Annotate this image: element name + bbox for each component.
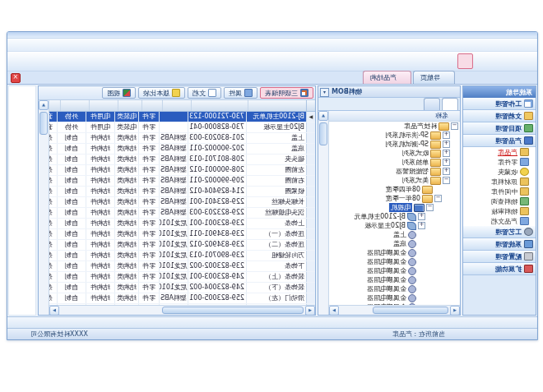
- tree-node[interactable]: 金属膜电阻器: [329, 266, 460, 275]
- logout-icon[interactable]: [325, 53, 341, 69]
- tree-node[interactable]: 08年四季度: [329, 185, 460, 194]
- tree-horizontal-scrollbar[interactable]: ◀ ▶: [329, 305, 460, 315]
- expand-toggle-icon[interactable]: [418, 249, 425, 256]
- sidebar-entry[interactable]: 原材料库: [463, 177, 536, 187]
- sidebar-entry[interactable]: 零件库: [463, 157, 536, 167]
- tree-node[interactable]: 欧式系列: [329, 149, 460, 158]
- menu-item[interactable]: [440, 44, 452, 46]
- expand-toggle-icon[interactable]: [443, 141, 450, 148]
- expand-toggle-icon[interactable]: [418, 285, 425, 293]
- table-row[interactable]: 左前圈208-900001-012塑料ABS零件结构类结构件自制条: [49, 165, 315, 176]
- sidebar-entry[interactable]: 扩展功能: [463, 263, 536, 275]
- column-header[interactable]: [142, 100, 162, 111]
- tree-node[interactable]: 金属膜电阻器: [329, 275, 460, 284]
- sidebar-entry[interactable]: 产品文档: [463, 216, 536, 226]
- grid-view-icon[interactable]: [439, 53, 454, 69]
- version-tab[interactable]: [424, 98, 440, 110]
- folder-open-icon[interactable]: [457, 53, 473, 69]
- expand-toggle-icon[interactable]: [451, 122, 458, 130]
- sidebar-entry[interactable]: 工作管理: [463, 98, 536, 110]
- sidebar-entry[interactable]: 物料查询: [463, 196, 536, 206]
- tree-node[interactable]: 金属膜电阻器: [329, 293, 460, 302]
- table-row[interactable]: 上盖201-830203-003塑料ABS零件结构类结构件自制条: [49, 133, 315, 144]
- document-tab[interactable]: 导航页: [413, 71, 455, 84]
- tree-node[interactable]: BJ20主显示板: [329, 221, 460, 230]
- sidebar-entry[interactable]: 收藏夹: [463, 167, 536, 177]
- tree-vscroll-thumb[interactable]: [319, 122, 327, 145]
- expand-toggle-icon[interactable]: [434, 195, 442, 202]
- table-row[interactable]: 沉头电镀螺丝229-823203-003塑料ABS零件结构类结构件自制条: [49, 208, 315, 219]
- bom-toolbar-button[interactable]: 版本比较: [138, 87, 185, 99]
- table-row[interactable]: 下饰条239-823002-002尼龙1010零件结构类结构件自制条: [49, 261, 315, 272]
- bom-toolbar-button[interactable]: 视图: [102, 87, 136, 99]
- table-row[interactable]: 装饰条（上）249-823003-001尼龙1010零件结构类结构件自制条: [49, 272, 315, 283]
- expand-toggle-icon[interactable]: [443, 168, 450, 175]
- scroll-right-icon[interactable]: ▶: [49, 306, 59, 316]
- sidebar-entry[interactable]: 产品库: [463, 147, 536, 157]
- table-row[interactable]: BJ-2100主机单元730-721000-123零件电装类电用件外协套: [49, 112, 315, 122]
- expand-toggle-icon[interactable]: [443, 177, 450, 184]
- sidebar-entry[interactable]: 项目管理: [463, 122, 536, 135]
- bom-toolbar-button[interactable]: 属性: [224, 87, 258, 99]
- globe-green-icon[interactable]: [476, 53, 492, 69]
- version-tab[interactable]: [442, 98, 458, 110]
- tree-node[interactable]: 上盖: [329, 230, 460, 239]
- window-calendar-icon-2[interactable]: [401, 53, 416, 69]
- scroll-up-icon[interactable]: ▲: [318, 111, 328, 121]
- window-calendar-icon-1[interactable]: [420, 53, 435, 69]
- window-calendar-icon-3[interactable]: [382, 53, 397, 69]
- menu-item[interactable]: [466, 44, 478, 46]
- tree-node[interactable]: 科技产品库: [329, 122, 460, 131]
- column-header[interactable]: [191, 100, 248, 111]
- tree-node[interactable]: SP-测试机系列: [329, 140, 460, 149]
- expand-toggle-icon[interactable]: [418, 240, 425, 247]
- expand-toggle-icon[interactable]: [434, 186, 442, 193]
- tree-hscroll-thumb[interactable]: [373, 307, 448, 314]
- column-header[interactable]: [60, 100, 89, 111]
- bom-toolbar-button[interactable]: 三级明细表: [260, 87, 313, 99]
- expand-toggle-icon[interactable]: [418, 213, 425, 220]
- sidebar-entry[interactable]: 产品管理: [463, 135, 536, 147]
- table-row[interactable]: 压饰条（一）239-834901-011尼龙1010零件结构类结构件自制条: [49, 229, 315, 240]
- table-row[interactable]: 长螺头螺丝229-823401-001塑料ABS零件结构类结构件自制条: [49, 197, 315, 208]
- expand-toggle-icon[interactable]: [443, 150, 450, 157]
- sidebar-entry[interactable]: 系统管理: [463, 238, 536, 251]
- table-row[interactable]: 右前圈209-990002-011塑料ABS零件结构类结构件自制条: [49, 176, 315, 187]
- tree-node[interactable]: 电视机: [329, 203, 460, 212]
- table-row[interactable]: 锁紧圈214-829404-012塑料ABS零件结构类结构件自制条: [49, 187, 315, 197]
- expand-toggle-icon[interactable]: [418, 276, 425, 284]
- tree-node[interactable]: 金属膜电阻器: [329, 248, 460, 257]
- scroll-left-icon[interactable]: ◀: [450, 306, 460, 316]
- table-row[interactable]: 压饰条（二）239-834902-012尼龙1010零件结构类结构件自制条: [49, 240, 315, 251]
- column-header[interactable]: [248, 100, 306, 111]
- expand-toggle-icon[interactable]: [443, 131, 450, 139]
- column-header[interactable]: [162, 100, 191, 111]
- table-row[interactable]: 底盖202-900002-011塑料ABS零件结构类结构件自制条: [49, 144, 315, 154]
- close-icon[interactable]: ×: [11, 73, 21, 83]
- sidebar-entry[interactable]: 物料审核: [463, 206, 536, 216]
- column-header[interactable]: [118, 100, 142, 111]
- stats-chart-icon[interactable]: [495, 53, 511, 69]
- tree-node[interactable]: 金属膜电阻器: [329, 284, 460, 293]
- table-row[interactable]: 磁头夹208-801701-013塑料ABS零件结构类结构件自制条: [49, 154, 315, 165]
- table-horizontal-scrollbar[interactable]: ◀ ▶: [49, 305, 315, 315]
- sidebar-entry[interactable]: 中间件库: [463, 187, 536, 196]
- scroll-right-icon[interactable]: ▶: [329, 306, 339, 316]
- scroll-left-icon[interactable]: ◀: [305, 306, 315, 316]
- expand-toggle-icon[interactable]: [418, 267, 425, 274]
- tree-node[interactable]: BJ-2100主机单元: [329, 212, 460, 221]
- expand-toggle-icon[interactable]: [443, 159, 450, 166]
- tree-node[interactable]: 单拍系列: [329, 158, 460, 167]
- menu-item[interactable]: [493, 44, 504, 46]
- tree-node[interactable]: 08年一季度: [329, 194, 460, 203]
- tree-vertical-scrollbar[interactable]: ▲: [318, 111, 329, 315]
- sidebar-entry[interactable]: 文档管理: [463, 110, 536, 122]
- table-row[interactable]: 滑动门（左）259-823005-001塑料ABS零件结构类结构件自制条: [49, 293, 315, 304]
- menu-item[interactable]: [480, 44, 491, 46]
- tree-column-header[interactable]: 名称: [329, 111, 460, 122]
- table-row[interactable]: 装饰条（下）249-823004-002尼龙1010零件结构类结构件自制条: [49, 283, 315, 293]
- expand-toggle-icon[interactable]: [418, 294, 425, 302]
- expand-toggle-icon[interactable]: [418, 258, 425, 265]
- column-header[interactable]: [49, 100, 60, 111]
- tree-node[interactable]: 智能报警器: [329, 167, 460, 176]
